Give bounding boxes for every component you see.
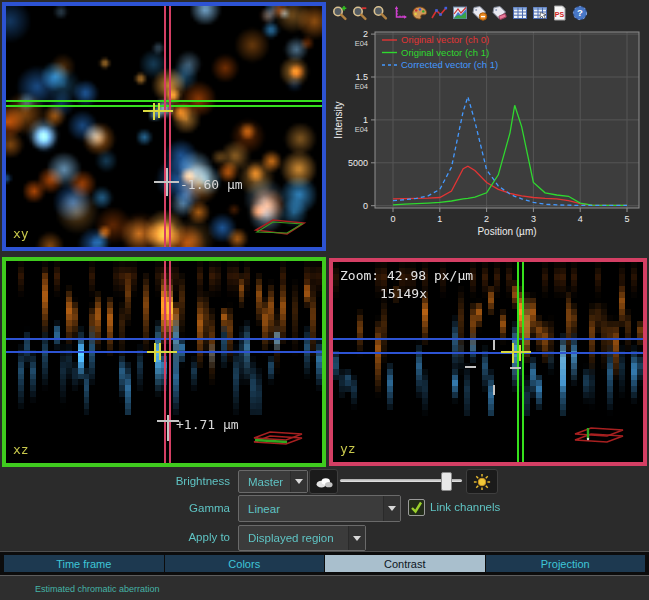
x-plane-line[interactable]	[169, 6, 171, 247]
export-ps-icon[interactable]: PS	[551, 4, 568, 22]
gamma-label: Gamma	[110, 502, 230, 514]
check-icon	[409, 500, 424, 515]
z-plane-line[interactable]	[333, 338, 643, 340]
sun-icon	[473, 473, 491, 491]
zoom-in-icon[interactable]	[331, 4, 348, 22]
svg-text:1.5: 1.5	[355, 72, 368, 82]
zoom-magnification-label: 15149x	[380, 286, 427, 301]
gamma-value: Linear	[239, 503, 383, 515]
view-toolbar: PS ?	[331, 2, 588, 23]
cursor-crosshair	[158, 103, 160, 118]
link-channels-label: Link channels	[430, 501, 500, 513]
brightness-channel-select[interactable]: Master	[238, 470, 308, 493]
svg-text:2: 2	[363, 29, 368, 39]
yz-view-panel[interactable]: Zoom: 42.98 px/µm 15149x yz	[329, 258, 647, 466]
measure-tick	[493, 385, 495, 395]
intensity-profile-chart: 012345050001E041.5E042E04Position (µm)In…	[330, 26, 649, 252]
apply-to-select[interactable]: Displayed region	[238, 525, 366, 551]
measure-tick	[465, 366, 476, 368]
svg-text:E04: E04	[355, 39, 368, 48]
svg-text:?: ?	[577, 7, 583, 18]
svg-text:2: 2	[484, 214, 489, 224]
status-bar: Estimated chromatic aberration	[0, 575, 649, 600]
zoom-icon[interactable]	[371, 4, 388, 22]
zoom-factor-label: Zoom: 42.98 px/µm	[340, 268, 473, 283]
brightness-slider[interactable]	[340, 471, 462, 490]
svg-text:0: 0	[363, 201, 368, 211]
cursor-crosshair	[154, 343, 156, 362]
slider-handle[interactable]	[441, 472, 452, 491]
xz-view-panel[interactable]: +1.71 µm xz	[2, 257, 326, 467]
cursor-crosshair	[512, 343, 514, 363]
apply-to-label: Apply to	[110, 531, 230, 543]
svg-text:1: 1	[437, 214, 442, 224]
svg-text:PS: PS	[555, 10, 565, 17]
svg-text:0: 0	[390, 214, 395, 224]
chart-icon[interactable]	[451, 4, 468, 22]
z-offset-label: +1.71 µm	[176, 417, 239, 432]
status-message: Estimated chromatic aberration	[35, 584, 160, 594]
svg-text:5: 5	[624, 214, 629, 224]
chevron-down-icon[interactable]	[348, 526, 365, 550]
brightness-channel-value: Master	[239, 476, 290, 488]
x-plane-line[interactable]	[164, 6, 166, 247]
brighten-button[interactable]	[466, 469, 498, 494]
tab-projection[interactable]: Projection	[486, 555, 646, 572]
cursor-crosshair	[153, 103, 155, 120]
xy-axis-label: xy	[13, 226, 29, 241]
tab-time-frame[interactable]: Time frame	[4, 555, 164, 572]
measure-cross	[154, 181, 179, 183]
cursor-crosshair	[501, 351, 531, 353]
cloud-icon	[313, 475, 335, 489]
svg-text:1: 1	[363, 115, 368, 125]
svg-text:5000: 5000	[348, 158, 368, 168]
chromatic-aberration-corrector-window: -1.60 µm xy PS ? 012345050001E041.5E042E…	[0, 0, 649, 600]
vector-plot-icon[interactable]	[431, 4, 448, 22]
zoom-out-icon[interactable]	[351, 4, 368, 22]
svg-text:E04: E04	[355, 82, 368, 91]
y-plane-line[interactable]	[522, 262, 524, 462]
svg-text:4: 4	[578, 214, 583, 224]
gamma-select[interactable]: Linear	[238, 495, 401, 522]
xy-view-panel[interactable]: -1.60 µm xy	[2, 2, 326, 251]
help-icon[interactable]: ?	[571, 4, 588, 22]
cursor-crosshair	[159, 343, 161, 360]
chevron-down-icon[interactable]	[383, 496, 400, 521]
svg-text:3: 3	[531, 214, 536, 224]
chart-xlabel: Position (µm)	[477, 226, 536, 237]
xz-axis-label: xz	[13, 442, 29, 457]
xz-orientation-icon	[250, 429, 306, 449]
axes-icon[interactable]	[391, 4, 408, 22]
palette-icon[interactable]	[411, 4, 428, 22]
yz-axis-label: yz	[340, 441, 356, 456]
svg-text:E04: E04	[355, 125, 368, 134]
z-offset-label: -1.60 µm	[180, 177, 243, 192]
link-channels-checkbox[interactable]	[408, 499, 425, 516]
tag-erase-icon[interactable]	[491, 4, 508, 22]
cursor-crosshair	[519, 345, 521, 361]
tab-colors[interactable]: Colors	[165, 555, 325, 572]
chart-legend-item: Corrected vector (ch 1)	[401, 59, 498, 70]
yz-orientation-icon	[571, 424, 627, 446]
cursor-crosshair	[147, 351, 177, 353]
measure-tick	[510, 367, 521, 369]
x-plane-line[interactable]	[169, 261, 171, 463]
darken-button[interactable]	[309, 469, 338, 494]
chart-legend-item: Original vector (ch 1)	[401, 47, 489, 58]
brightness-label: Brightness	[110, 475, 230, 487]
chevron-down-icon[interactable]	[290, 471, 307, 492]
xy-orientation-icon	[252, 215, 308, 237]
table-select-icon[interactable]	[531, 4, 548, 22]
measure-cross	[167, 415, 169, 441]
tab-contrast[interactable]: Contrast	[325, 555, 485, 572]
y-plane-line[interactable]	[517, 262, 519, 462]
chart-legend-item: Original vector (ch 0)	[401, 34, 489, 45]
x-plane-line[interactable]	[164, 261, 166, 463]
tag-remove-icon[interactable]	[471, 4, 488, 22]
table-icon[interactable]	[511, 4, 528, 22]
settings-tabbar: Time frame Colors Contrast Projection	[0, 551, 649, 575]
measure-tick	[493, 340, 495, 350]
z-plane-line[interactable]	[333, 352, 643, 354]
chart-ylabel: Intensity	[333, 101, 344, 138]
apply-to-value: Displayed region	[239, 532, 348, 544]
